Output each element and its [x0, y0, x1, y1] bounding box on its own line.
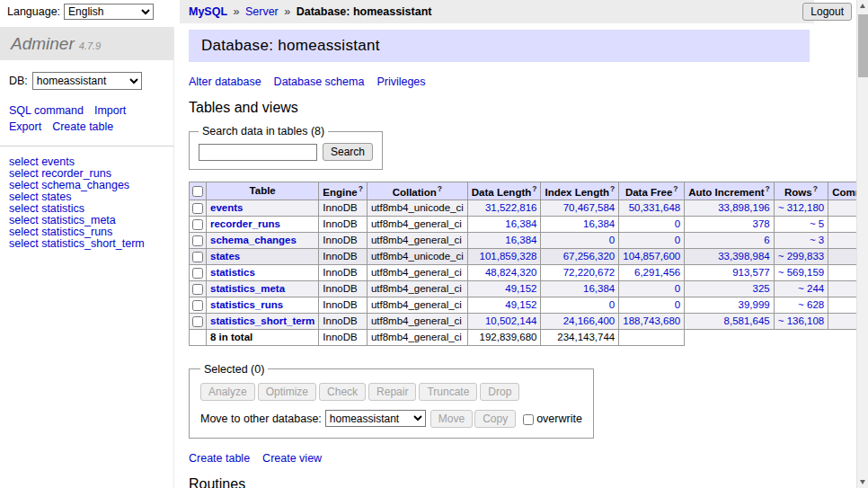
app-name[interactable]: Adminer: [11, 34, 75, 53]
column-header: Data Free?: [619, 182, 685, 200]
select-all-checkbox[interactable]: [192, 186, 203, 197]
data-length-link[interactable]: 10,502,144: [485, 315, 537, 326]
auto-increment-link[interactable]: 33,398,984: [718, 251, 770, 262]
sidebar-action-link[interactable]: SQL command: [9, 102, 84, 119]
copy-button[interactable]: Copy: [474, 410, 516, 428]
data-free-link[interactable]: 6,291,456: [634, 267, 680, 278]
scrollbar-thumb[interactable]: [858, 14, 868, 77]
sidebar-action-link[interactable]: Create table: [52, 119, 113, 135]
db-select[interactable]: homeassistant: [32, 72, 142, 90]
row-checkbox[interactable]: [192, 300, 203, 311]
bulk-action-button[interactable]: Analyze: [200, 383, 255, 401]
breadcrumb-link[interactable]: Server: [245, 5, 279, 18]
index-length-link[interactable]: 16,384: [583, 283, 615, 294]
bulk-action-button[interactable]: Drop: [480, 383, 519, 401]
row-checkbox[interactable]: [192, 235, 203, 246]
search-input[interactable]: [199, 144, 317, 161]
index-length-link[interactable]: 67,256,320: [563, 251, 616, 262]
index-length-link[interactable]: 70,467,584: [563, 202, 616, 213]
db-action-link[interactable]: Alter database: [189, 75, 261, 88]
rows-link[interactable]: ~ 136,108: [778, 315, 824, 326]
search-button[interactable]: Search: [323, 143, 373, 161]
move-button[interactable]: Move: [430, 410, 473, 428]
help-icon[interactable]: ?: [532, 184, 536, 193]
table-name-link[interactable]: events: [210, 202, 243, 213]
data-length-link[interactable]: 49,152: [505, 283, 536, 294]
row-checkbox[interactable]: [192, 284, 203, 295]
rows-link[interactable]: ~ 569,159: [778, 267, 824, 278]
data-free-link[interactable]: 0: [675, 299, 680, 310]
auto-increment-link[interactable]: 33,898,196: [718, 202, 770, 213]
scrollbar[interactable]: [856, 0, 868, 488]
logout-button[interactable]: Logout: [802, 3, 852, 21]
rows-link[interactable]: ~ 299,833: [778, 251, 824, 262]
data-length-link[interactable]: 16,384: [505, 218, 536, 229]
data-free-link[interactable]: 50,331,648: [629, 202, 681, 213]
table-name-link[interactable]: statistics_short_term: [210, 315, 314, 326]
table-name-link[interactable]: statistics_meta: [210, 283, 285, 294]
data-free-link[interactable]: 0: [675, 218, 680, 229]
data-length-link[interactable]: 16,384: [505, 235, 536, 245]
data-length-link[interactable]: 31,522,816: [485, 202, 537, 213]
help-icon[interactable]: ?: [610, 184, 615, 193]
data-length-link[interactable]: 48,824,320: [485, 267, 537, 278]
db-action-link[interactable]: Privileges: [376, 75, 425, 88]
help-icon[interactable]: ?: [813, 184, 818, 193]
index-length-link[interactable]: 72,220,672: [563, 267, 616, 278]
data-free-link[interactable]: 188,743,680: [623, 315, 680, 326]
table-name-link[interactable]: statistics_runs: [210, 299, 283, 310]
index-length-link[interactable]: 24,166,400: [563, 315, 616, 326]
help-icon[interactable]: ?: [766, 184, 770, 193]
data-free-link[interactable]: 104,857,600: [623, 251, 680, 262]
auto-increment-link[interactable]: 325: [753, 283, 770, 294]
auto-increment-link[interactable]: 6: [764, 235, 769, 245]
data-length-link[interactable]: 101,859,328: [480, 251, 537, 262]
bulk-action-button[interactable]: Truncate: [419, 383, 477, 401]
scrollbar-up-arrow-icon[interactable]: [857, 0, 868, 13]
move-label: Move to other database:: [200, 413, 322, 425]
row-checkbox[interactable]: [192, 316, 203, 327]
row-checkbox[interactable]: [192, 203, 203, 214]
auto-increment-link[interactable]: 378: [753, 218, 770, 229]
data-free-link[interactable]: 0: [675, 283, 680, 294]
move-db-select[interactable]: homeassistant: [325, 410, 426, 427]
auto-increment-link[interactable]: 8,581,645: [724, 315, 770, 326]
rows-link[interactable]: ~ 628: [798, 299, 824, 310]
db-action-link[interactable]: Database schema: [274, 75, 365, 88]
bulk-action-button[interactable]: Check: [319, 383, 366, 401]
help-icon[interactable]: ?: [438, 184, 442, 193]
bulk-action-button[interactable]: Repair: [368, 383, 416, 401]
sidebar-action-link[interactable]: Import: [94, 102, 126, 119]
breadcrumb-link[interactable]: MySQL: [189, 5, 227, 18]
index-length-link[interactable]: 0: [609, 235, 615, 245]
table-name-link[interactable]: states: [210, 251, 240, 262]
index-length-link[interactable]: 16,384: [583, 218, 615, 229]
help-icon[interactable]: ?: [673, 184, 678, 193]
sidebar-action-link[interactable]: Export: [9, 119, 41, 135]
rows-link[interactable]: ~ 244: [798, 283, 824, 294]
row-checkbox[interactable]: [192, 252, 203, 262]
table-name-link[interactable]: schema_changes: [210, 235, 297, 245]
row-checkbox[interactable]: [192, 219, 203, 230]
index-length-link[interactable]: 0: [609, 299, 615, 310]
data-free-link[interactable]: 0: [675, 235, 680, 245]
bulk-action-button[interactable]: Optimize: [258, 383, 316, 401]
table-name-link[interactable]: statistics: [210, 267, 255, 278]
rows-link[interactable]: ~ 3: [810, 235, 824, 245]
create-link[interactable]: Create table: [189, 452, 250, 465]
auto-increment-link[interactable]: 913,577: [732, 267, 770, 278]
scrollbar-down-arrow-icon[interactable]: [857, 475, 868, 488]
help-icon[interactable]: ?: [359, 184, 363, 193]
table-name-link[interactable]: recorder_runs: [210, 218, 280, 229]
data-length-cell: 49,152: [467, 280, 541, 297]
rows-link[interactable]: ~ 312,180: [778, 202, 824, 213]
language-select[interactable]: English: [64, 4, 154, 20]
overwrite-checkbox[interactable]: [523, 414, 534, 425]
create-link[interactable]: Create view: [262, 452, 322, 465]
rows-link[interactable]: ~ 5: [810, 218, 824, 229]
sidebar-table-link[interactable]: select statistics_short_term: [9, 238, 164, 250]
data-length-link[interactable]: 49,152: [505, 299, 536, 310]
breadcrumb: MySQL » Server » Database: homeassistant: [180, 0, 814, 23]
row-checkbox[interactable]: [192, 268, 203, 279]
auto-increment-link[interactable]: 39,999: [739, 299, 770, 310]
